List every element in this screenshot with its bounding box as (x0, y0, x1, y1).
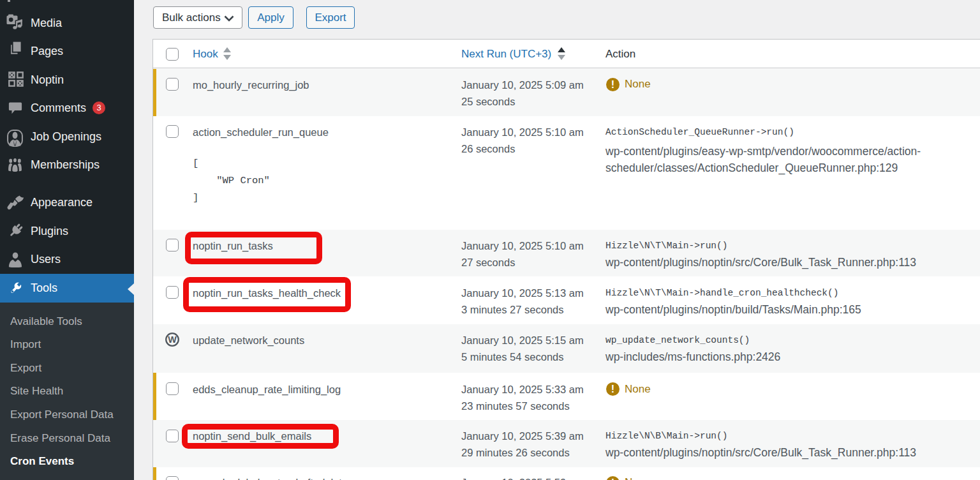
svg-text:W: W (168, 334, 177, 345)
